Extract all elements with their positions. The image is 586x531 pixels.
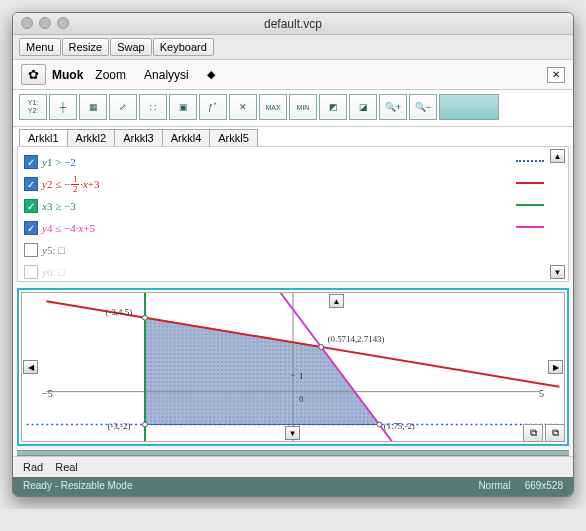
tool-dot-icon[interactable]: ⸬	[139, 94, 167, 120]
tool-sel1-icon[interactable]: ◩	[319, 94, 347, 120]
sheet-tabs: Arkkl1 Arkkl2 Arkkl3 Arkkl4 Arkkl5	[13, 127, 573, 146]
titlebar: default.vcp	[13, 13, 573, 35]
scroll-up-button[interactable]: ▲	[550, 149, 565, 163]
plot-svg: (-3,4.5) (0.5714,2.7143) (-3,-2) (1.75,-…	[22, 293, 564, 441]
tab-arkkl4[interactable]: Arkkl4	[162, 129, 211, 146]
marker-y4	[516, 226, 544, 232]
check-y1[interactable]: ✓	[24, 155, 38, 169]
func-y1[interactable]: ✓ y1 > −2	[24, 151, 562, 173]
xmin-label: −5	[42, 388, 53, 399]
svg-text:(0.5714,2.7143): (0.5714,2.7143)	[328, 334, 385, 344]
function-list: ▲ ▼ ✓ y1 > −2 ✓ y2 ≤ − 12 ·x+3 ✓ x3 ≥ −3	[17, 146, 569, 282]
tab-arkkl1[interactable]: Arkkl1	[19, 129, 68, 146]
close-panel-button[interactable]: ✕	[547, 67, 565, 83]
pan-up-button[interactable]: ▲	[329, 294, 344, 308]
pan-left-button[interactable]: ◀	[23, 360, 38, 374]
resize-button[interactable]: Resize	[62, 38, 110, 56]
svg-point-10	[319, 345, 324, 350]
svg-text:0: 0	[299, 394, 304, 404]
marker-y1	[516, 160, 544, 166]
pan-down-button[interactable]: ▼	[285, 426, 300, 440]
tool-box-icon[interactable]: ▣	[169, 94, 197, 120]
min-dot[interactable]	[39, 17, 51, 29]
tool-max-icon[interactable]: MAX	[259, 94, 287, 120]
tab-arkkl3[interactable]: Arkkl3	[114, 129, 163, 146]
status-bar: Ready - Resizable Mode Normal 669x528	[13, 477, 573, 496]
svg-text:(1.75,-2): (1.75,-2)	[384, 421, 415, 431]
status-ready: Ready - Resizable Mode	[23, 480, 133, 491]
label-y5: y5: □	[42, 244, 65, 256]
check-y6[interactable]	[24, 265, 38, 279]
func-y6[interactable]: y6: □	[24, 261, 562, 282]
tool-grid-icon[interactable]: ▦	[79, 94, 107, 120]
gear-icon[interactable]: ✿	[21, 64, 46, 85]
check-y2[interactable]: ✓	[24, 177, 38, 191]
app-window: default.vcp Menu Resize Swap Keyboard ✿ …	[12, 12, 574, 497]
menu-analyysi[interactable]: Analyysi	[138, 66, 195, 84]
marker-y2	[516, 182, 544, 188]
menu-zoom[interactable]: Zoom	[89, 66, 132, 84]
mode-row: Rad Real	[13, 456, 573, 477]
svg-text:1: 1	[299, 371, 303, 381]
pan-right-button[interactable]: ▶	[548, 360, 563, 374]
max-dot[interactable]	[57, 17, 69, 29]
svg-point-9	[143, 315, 148, 320]
graph-pane: (-3,4.5) (0.5714,2.7143) (-3,-2) (1.75,-…	[17, 288, 569, 446]
svg-point-12	[143, 422, 148, 427]
keyboard-button[interactable]: Keyboard	[153, 38, 214, 56]
tool-yeq-icon[interactable]: Y1:Y2:	[19, 94, 47, 120]
export-graph-button[interactable]: ⧉	[545, 424, 565, 442]
traffic-lights	[21, 17, 69, 29]
svg-point-11	[377, 422, 382, 427]
tab-arkkl5[interactable]: Arkkl5	[209, 129, 258, 146]
tool-axes-icon[interactable]: ┼	[49, 94, 77, 120]
label-y6: y6: □	[42, 266, 65, 278]
svg-text:(-3,4.5): (-3,4.5)	[106, 307, 133, 317]
func-y5[interactable]: y5: □	[24, 239, 562, 261]
close-dot[interactable]	[21, 17, 33, 29]
tool-min-icon[interactable]: MIN	[289, 94, 317, 120]
func-y4[interactable]: ✓ y4 ≤ −4·x+5	[24, 217, 562, 239]
check-y4[interactable]: ✓	[24, 221, 38, 235]
menu-muok[interactable]: Muok	[52, 68, 83, 82]
mode-rad: Rad	[23, 461, 43, 473]
func-x3[interactable]: ✓ x3 ≥ −3	[24, 195, 562, 217]
label-y4: y4 ≤ −4·x+5	[42, 222, 95, 234]
tool-fx-icon[interactable]: ƒ˟	[199, 94, 227, 120]
label-x3: x3 ≥ −3	[42, 200, 76, 212]
tool-zoomin-icon[interactable]: 🔍+	[379, 94, 407, 120]
func-y2[interactable]: ✓ y2 ≤ − 12 ·x+3	[24, 173, 562, 195]
check-y5[interactable]	[24, 243, 38, 257]
status-dims: 669x528	[525, 480, 563, 491]
top-button-row: Menu Resize Swap Keyboard	[13, 35, 573, 60]
check-x3[interactable]: ✓	[24, 199, 38, 213]
mode-real: Real	[55, 461, 78, 473]
menu-button[interactable]: Menu	[19, 38, 61, 56]
svg-text:(-3,-2): (-3,-2)	[108, 421, 131, 431]
tool-sel2-icon[interactable]: ◪	[349, 94, 377, 120]
tool-zoomout-icon[interactable]: 🔍−	[409, 94, 437, 120]
graph-canvas[interactable]: (-3,4.5) (0.5714,2.7143) (-3,-2) (1.75,-…	[21, 292, 565, 442]
swap-button[interactable]: Swap	[110, 38, 152, 56]
tab-arkkl2[interactable]: Arkkl2	[67, 129, 116, 146]
label-y1: y1 > −2	[42, 156, 76, 168]
tool-wide-button[interactable]	[439, 94, 499, 120]
tool-fit-icon[interactable]: ⤢	[109, 94, 137, 120]
label-y2: y2 ≤ − 12 ·x+3	[42, 175, 100, 194]
toolbar: Y1:Y2: ┼ ▦ ⤢ ⸬ ▣ ƒ˟ ✕ MAX MIN ◩ ◪ 🔍+ 🔍−	[13, 90, 573, 127]
copy-graph-button[interactable]: ⧉	[523, 424, 543, 442]
status-normal: Normal	[478, 480, 510, 491]
menu-diamond-icon[interactable]: ◆	[201, 66, 221, 83]
tool-xint-icon[interactable]: ✕	[229, 94, 257, 120]
marker-x3	[516, 204, 544, 210]
xmax-label: 5	[539, 388, 544, 399]
window-title: default.vcp	[264, 17, 322, 31]
menubar: ✿ Muok Zoom Analyysi ◆ ✕	[13, 60, 573, 90]
